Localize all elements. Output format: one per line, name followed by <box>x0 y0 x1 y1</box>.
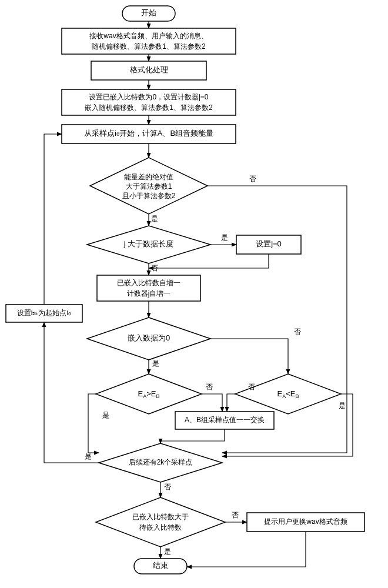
energy-yes: 是 <box>151 215 158 223</box>
setj0-label: 设置j=0 <box>256 239 282 248</box>
ealt-yes: 是 <box>339 402 346 410</box>
recv-l1: 接收wav格式音频、用户输入的消息、 <box>89 32 208 40</box>
energy-no: 否 <box>249 175 256 183</box>
embed0-label: 嵌入数据为0 <box>128 333 170 342</box>
has2k-no: 否 <box>164 483 171 491</box>
energy-diff-l1: 能量差的绝对值 <box>124 173 173 181</box>
embed-done-l1: 已嵌入比特数大于 <box>132 513 189 521</box>
embed-done-l2: 待嵌入比特数 <box>139 523 182 532</box>
init-l1: 设置已嵌入比特数为0，设置计数器j=0 <box>89 93 208 101</box>
has2k-label: 后续还有2k个采样点 <box>129 458 193 466</box>
energy-diff-l3: 且小于算法参数2 <box>122 192 176 200</box>
embed-done-diamond <box>96 497 225 547</box>
jgt-label: j 大于数据长度 <box>123 239 174 248</box>
format-label: 格式化处理 <box>129 65 168 74</box>
prompt-label: 提示用户更换wav格式音频 <box>264 517 347 526</box>
set-i2k-label: 设置i₂ₖ为起始点i₀ <box>17 309 71 317</box>
done-yes: 是 <box>164 547 171 556</box>
eagt-yes: 是 <box>102 411 109 419</box>
recv-l2: 随机偏移数、算法参数1、算法参数2 <box>92 42 206 51</box>
energy-diff-l2: 大于算法参数1 <box>126 182 172 191</box>
incr-l1: 已嵌入比特数自增一 <box>117 279 180 287</box>
end-label: 结束 <box>153 561 168 570</box>
start-label: 开始 <box>141 8 156 17</box>
has2k-yes: 是 <box>85 452 92 460</box>
incr-l2: 计数器j自增一 <box>127 289 171 298</box>
init-l2: 嵌入随机偏移数、算法参数1、算法参数2 <box>85 103 213 112</box>
flowchart: 开始 接收wav格式音频、用户输入的消息、 随机偏移数、算法参数1、算法参数2 … <box>0 0 388 588</box>
calc-ab-label: 从采样点i₀开始，计算A、B组音频能量 <box>84 129 213 138</box>
embed0-yes: 是 <box>152 359 159 368</box>
jgt-yes: 是 <box>221 233 228 242</box>
embed0-no: 否 <box>294 328 301 336</box>
eagt-no: 否 <box>206 383 213 391</box>
swap-label: A、B组采样点值一一交换 <box>185 416 265 424</box>
done-no: 否 <box>232 511 239 519</box>
ealt-no: 否 <box>248 383 255 391</box>
